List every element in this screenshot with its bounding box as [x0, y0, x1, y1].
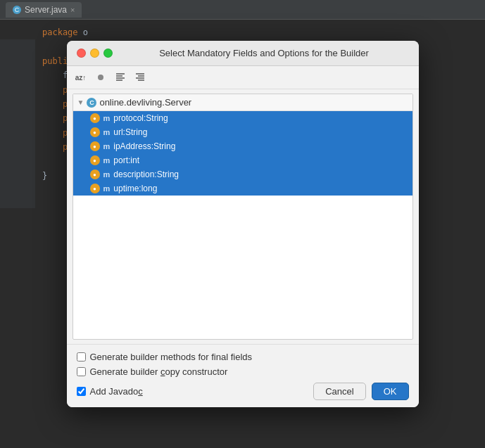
field-row-url[interactable]: ● m url:String	[73, 125, 412, 139]
field-vis-url: m	[103, 128, 111, 136]
fields-tree[interactable]: ▼ C online.devliving.Server ● m protocol…	[73, 94, 413, 340]
align-right-icon	[135, 72, 145, 82]
sort-az-icon: az↑	[75, 74, 87, 82]
checkbox-javadoc[interactable]	[77, 387, 86, 396]
align-left-icon	[115, 72, 125, 82]
field-row-ipAddress[interactable]: ● m ipAddress:String	[73, 139, 412, 153]
field-icon-protocol: ●	[90, 113, 100, 123]
ok-button[interactable]: OK	[372, 383, 409, 400]
sort-dot-button[interactable]	[92, 70, 109, 85]
field-name-port: port:int	[113, 155, 139, 165]
align-right-button[interactable]	[132, 70, 149, 85]
field-icon-uptime: ●	[90, 184, 100, 193]
checkbox-javadoc-row: Add Javadoc	[77, 383, 308, 400]
field-name-uptime: uptime:long	[113, 184, 157, 193]
checkbox-final[interactable]	[77, 352, 86, 361]
field-row-uptime[interactable]: ● m uptime:long	[73, 181, 412, 196]
sort-dot-icon	[98, 75, 103, 80]
dialog-title: Select Mandatory Fields and Options for …	[120, 48, 409, 58]
field-icon-port: ●	[90, 155, 100, 165]
field-vis-protocol: m	[103, 114, 111, 122]
tree-expand-icon: ▼	[77, 98, 84, 106]
align-left-button[interactable]	[112, 70, 129, 85]
field-icon-description: ●	[90, 169, 100, 179]
dialog-content: ▼ C online.devliving.Server ● m protocol…	[67, 89, 419, 344]
field-vis-ipAddress: m	[103, 142, 111, 151]
checkbox-javadoc-label[interactable]: Add Javadoc	[90, 386, 143, 397]
field-row-description[interactable]: ● m description:String	[73, 167, 412, 181]
traffic-lights	[77, 49, 113, 58]
dialog-overlay: Select Mandatory Fields and Options for …	[0, 0, 485, 448]
field-vis-description: m	[103, 170, 111, 179]
field-name-description: description:String	[113, 169, 179, 179]
builder-dialog: Select Mandatory Fields and Options for …	[67, 41, 419, 407]
maximize-button[interactable]	[103, 49, 113, 58]
field-vis-port: m	[103, 156, 111, 165]
field-row-protocol[interactable]: ● m protocol:String	[73, 111, 412, 125]
field-vis-uptime: m	[103, 184, 111, 193]
field-name-url: url:String	[113, 127, 147, 137]
dialog-toolbar: az↑	[67, 66, 419, 89]
field-row-port[interactable]: ● m port:int	[73, 153, 412, 167]
minimize-button[interactable]	[90, 49, 99, 58]
class-header: ▼ C online.devliving.Server	[73, 94, 412, 111]
field-icon-url: ●	[90, 127, 100, 137]
checkbox-copy[interactable]	[77, 367, 86, 376]
checkbox-copy-row: Generate builder copy constructor	[77, 366, 409, 377]
cancel-button[interactable]: Cancel	[313, 383, 365, 400]
dialog-titlebar: Select Mandatory Fields and Options for …	[67, 41, 419, 66]
footer-buttons: Add Javadoc Cancel OK	[77, 383, 409, 400]
class-icon: C	[87, 98, 96, 108]
checkbox-final-label[interactable]: Generate builder methods for final field…	[90, 352, 253, 362]
checkbox-final-row: Generate builder methods for final field…	[77, 352, 409, 362]
close-button[interactable]	[77, 49, 86, 58]
dialog-footer: Generate builder methods for final field…	[67, 344, 419, 407]
field-icon-ipAddress: ●	[90, 141, 100, 151]
class-name: online.devliving.Server	[99, 97, 191, 108]
sort-az-button[interactable]: az↑	[73, 70, 89, 85]
checkbox-copy-label[interactable]: Generate builder copy constructor	[90, 366, 228, 377]
field-name-ipAddress: ipAddress:String	[113, 141, 175, 151]
field-name-protocol: protocol:String	[113, 113, 168, 123]
